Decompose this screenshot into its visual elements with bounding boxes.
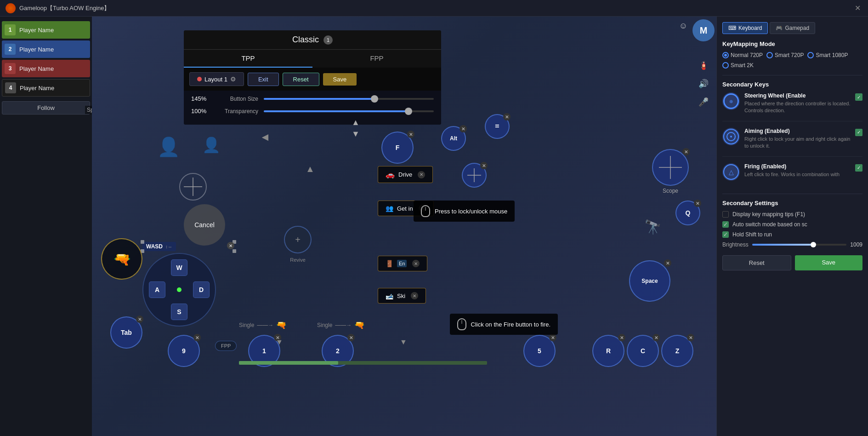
num5-close-badge[interactable]: ✕ bbox=[549, 334, 556, 341]
num9-close-badge[interactable]: ✕ bbox=[193, 334, 201, 341]
keyboard-toggle[interactable]: ⌨ Keyboard bbox=[722, 22, 768, 34]
panel-save-button[interactable]: Save bbox=[795, 255, 863, 270]
tab-close-badge[interactable]: ✕ bbox=[136, 316, 143, 323]
s-key[interactable]: S bbox=[171, 304, 187, 320]
d-key[interactable]: D bbox=[193, 281, 210, 298]
c-key-button[interactable]: C ✕ bbox=[627, 335, 659, 367]
wasd-close-btn[interactable]: ✕ bbox=[227, 242, 234, 249]
player-icon-1: 👤 bbox=[157, 136, 180, 158]
player-item-3[interactable]: 3 Player Name bbox=[2, 60, 90, 77]
z-close-badge[interactable]: ✕ bbox=[687, 334, 694, 341]
reset-button[interactable]: Reset bbox=[283, 73, 319, 86]
space-close-badge[interactable]: ✕ bbox=[664, 259, 671, 267]
single2-label: Single ——→ 🔫 bbox=[317, 320, 364, 330]
score-button[interactable]: = ✕ bbox=[485, 114, 510, 139]
player-name-2: Player Name bbox=[19, 46, 54, 53]
f-close-badge[interactable]: ✕ bbox=[407, 131, 414, 138]
speaker-icon[interactable]: 🔊 bbox=[696, 76, 711, 91]
save-button[interactable]: Save bbox=[323, 73, 357, 86]
emoji-icon[interactable]: ☺ bbox=[676, 18, 691, 33]
display-tips-checkbox[interactable] bbox=[722, 211, 729, 218]
slider-thumb-2[interactable] bbox=[405, 108, 412, 115]
user-avatar[interactable]: M bbox=[692, 19, 715, 41]
crosshair-inner bbox=[184, 178, 202, 196]
resize-tl[interactable] bbox=[141, 240, 144, 244]
drive-button[interactable]: 🚗 Drive ✕ bbox=[378, 166, 433, 183]
aim-button[interactable]: ✕ bbox=[462, 163, 487, 188]
space-key-button[interactable]: Space ✕ bbox=[629, 260, 670, 302]
player-item-4[interactable]: 4 Player Name bbox=[2, 79, 90, 97]
radio-smart-2k[interactable]: Smart 2K bbox=[722, 62, 754, 69]
q-key-button[interactable]: Q ✕ bbox=[675, 201, 700, 225]
alt-close-badge[interactable]: ✕ bbox=[460, 125, 467, 132]
fpp-button[interactable]: FPP bbox=[215, 341, 237, 351]
button-size-label: Button Size bbox=[217, 96, 258, 102]
open-door-button[interactable]: 🚪 En ✕ bbox=[378, 256, 427, 271]
player-item-1[interactable]: 1 Player Name bbox=[2, 21, 90, 39]
firing-checkbox[interactable]: ✓ bbox=[855, 164, 862, 172]
aiming-name: Aiming (Enabled) bbox=[744, 128, 851, 134]
transparency-slider[interactable] bbox=[264, 110, 434, 112]
auto-switch-checkbox[interactable]: ✓ bbox=[722, 221, 729, 228]
steering-wheel-checkbox[interactable]: ✓ bbox=[855, 93, 862, 101]
r-close-badge[interactable]: ✕ bbox=[618, 334, 625, 341]
scroll-up-arrow[interactable]: ▲ bbox=[306, 164, 315, 174]
button-size-slider[interactable] bbox=[264, 98, 434, 100]
ski-button[interactable]: 🎿 Ski ✕ bbox=[378, 288, 426, 304]
cancel-button[interactable]: Cancel bbox=[184, 204, 225, 246]
q-close-badge[interactable]: ✕ bbox=[694, 200, 701, 207]
exit-button[interactable]: Exit bbox=[248, 73, 279, 86]
game-background: ☺ ⚙ 🧯 🔊 🎤 Classic 1 TPP FPP Layout 1 bbox=[92, 17, 716, 436]
c-close-badge[interactable]: ✕ bbox=[652, 334, 660, 341]
brightness-slider[interactable] bbox=[752, 244, 847, 246]
tab-key-button[interactable]: Tab ✕ bbox=[110, 316, 142, 349]
brightness-thumb[interactable] bbox=[811, 242, 816, 247]
nav-up-arrow[interactable]: ▲ bbox=[352, 118, 360, 127]
num9-button[interactable]: 9 ✕ bbox=[168, 335, 200, 367]
hold-shift-checkbox[interactable]: ✓ bbox=[722, 231, 729, 238]
classic-header: Classic 1 bbox=[184, 30, 441, 50]
panel-reset-button[interactable]: Reset bbox=[722, 255, 791, 270]
scope-close-badge[interactable]: ✕ bbox=[682, 148, 690, 155]
aiming-checkbox[interactable]: ✓ bbox=[855, 129, 862, 136]
r-key-button[interactable]: R ✕ bbox=[592, 335, 624, 367]
gamepad-toggle[interactable]: 🎮 Gamepad bbox=[770, 22, 815, 34]
num2-close-badge[interactable]: ✕ bbox=[347, 334, 355, 341]
drive-close-badge[interactable]: ✕ bbox=[418, 171, 425, 178]
resize-br[interactable] bbox=[233, 249, 236, 253]
open-close-badge[interactable]: ✕ bbox=[412, 260, 420, 267]
radio-smart-1080p[interactable]: Smart 1080P bbox=[807, 52, 848, 58]
alt-key-button[interactable]: Alt ✕ bbox=[441, 126, 466, 151]
keyboard-icon: ⌨ bbox=[728, 25, 736, 31]
tpp-tab[interactable]: TPP bbox=[184, 50, 312, 68]
down-arrow-1[interactable]: ▼ bbox=[276, 338, 283, 346]
mic-icon[interactable]: 🎤 bbox=[696, 95, 711, 109]
score-close-badge[interactable]: ✕ bbox=[503, 113, 511, 120]
keymapping-radio-group: Normal 720P Smart 720P Smart 1080P Smart… bbox=[722, 52, 862, 69]
num5-button[interactable]: 5 ✕ bbox=[523, 335, 556, 367]
z-key-button[interactable]: Z ✕ bbox=[661, 335, 693, 367]
revive-area[interactable]: + Revive bbox=[284, 226, 312, 263]
fire-extinguisher-icon[interactable]: 🧯 bbox=[696, 58, 711, 73]
fire-mouse-icon bbox=[457, 318, 466, 330]
transparency-label: Transparency bbox=[217, 108, 258, 115]
ski-close-badge[interactable]: ✕ bbox=[411, 292, 418, 299]
layout-button[interactable]: Layout 1 ⚙ bbox=[189, 72, 244, 86]
revive-circle[interactable]: + bbox=[284, 226, 312, 253]
down-arrow-2[interactable]: ▼ bbox=[400, 338, 407, 346]
nav-left-arrow[interactable]: ◄ bbox=[260, 131, 271, 143]
steering-wheel-symbol: ⊕ bbox=[723, 93, 739, 109]
aim-close-badge[interactable]: ✕ bbox=[480, 162, 488, 169]
a-key[interactable]: A bbox=[149, 281, 165, 298]
slider-thumb[interactable] bbox=[371, 95, 378, 103]
fpp-tab[interactable]: FPP bbox=[312, 50, 441, 68]
scope-button[interactable]: ✕ bbox=[652, 149, 689, 186]
radio-normal-720p[interactable]: Normal 720P bbox=[722, 52, 763, 58]
radio-smart-720p[interactable]: Smart 720P bbox=[766, 52, 804, 58]
nav-down-arrow[interactable]: ▼ bbox=[352, 129, 360, 139]
player-item-2[interactable]: 2 Player Name bbox=[2, 40, 90, 58]
w-key[interactable]: W bbox=[171, 259, 187, 276]
follow-button[interactable]: Follow bbox=[2, 101, 90, 115]
close-button[interactable]: ✕ bbox=[855, 4, 861, 12]
f-key-button[interactable]: F ✕ bbox=[381, 132, 414, 164]
